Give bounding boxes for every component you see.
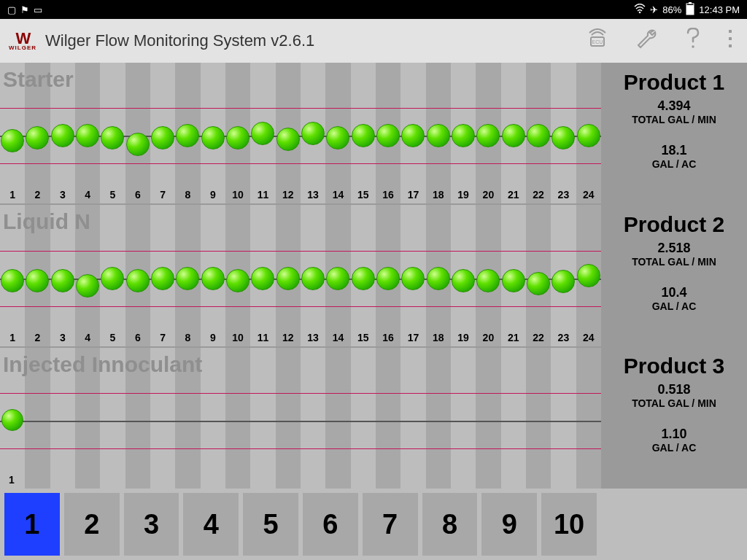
page-button-1[interactable]: 1 bbox=[4, 493, 60, 556]
flow-dot[interactable] bbox=[251, 267, 274, 290]
flow-dot[interactable] bbox=[401, 267, 425, 290]
flow-dot[interactable] bbox=[527, 272, 550, 295]
flow-dot[interactable] bbox=[301, 122, 325, 145]
flow-dot[interactable] bbox=[502, 124, 525, 147]
row-label: 24 bbox=[576, 332, 601, 343]
flow-dot[interactable] bbox=[326, 126, 349, 149]
flow-dot[interactable] bbox=[452, 124, 475, 147]
flow-dot[interactable] bbox=[176, 124, 199, 147]
flow-dot[interactable] bbox=[452, 269, 475, 292]
flow-dot[interactable] bbox=[551, 270, 575, 293]
flow-dot[interactable] bbox=[401, 124, 425, 147]
app-title: Wilger Flow Monitoring System v2.6.1 bbox=[45, 31, 314, 50]
flow-dot[interactable] bbox=[76, 274, 99, 298]
page-button-10[interactable]: 10 bbox=[541, 493, 597, 556]
flow-dot[interactable] bbox=[376, 267, 400, 290]
flow-dot[interactable] bbox=[126, 133, 150, 156]
flow-dot[interactable] bbox=[101, 267, 124, 290]
flow-dot[interactable] bbox=[201, 126, 225, 149]
flow-dot[interactable] bbox=[1, 129, 24, 152]
page-button-3[interactable]: 3 bbox=[124, 493, 179, 556]
page-button-5[interactable]: 5 bbox=[243, 493, 298, 556]
flow-dot[interactable] bbox=[476, 124, 500, 147]
flow-dot[interactable] bbox=[76, 124, 99, 147]
flow-dot[interactable] bbox=[427, 267, 450, 290]
flow-dot[interactable] bbox=[26, 269, 49, 292]
flow-dot[interactable] bbox=[126, 269, 150, 292]
flow-dot[interactable] bbox=[151, 267, 174, 290]
flow-dot[interactable] bbox=[201, 267, 225, 290]
flow-dot[interactable] bbox=[226, 269, 249, 292]
flow-dot[interactable] bbox=[527, 124, 550, 147]
flow-dot[interactable] bbox=[551, 126, 575, 149]
flow-dot[interactable] bbox=[226, 126, 249, 149]
row-label bbox=[503, 474, 527, 486]
product-area-label: GAL / AC bbox=[604, 442, 744, 454]
airplane-icon: ✈ bbox=[650, 4, 658, 15]
product-block-1[interactable]: Product 22.518TOTAL GAL / MIN10.4GAL / A… bbox=[601, 205, 747, 347]
row-label: 14 bbox=[325, 189, 350, 201]
flow-dot[interactable] bbox=[51, 124, 74, 147]
flow-dot[interactable] bbox=[251, 122, 274, 145]
flow-dot[interactable] bbox=[476, 269, 500, 292]
help-icon[interactable] bbox=[684, 28, 702, 54]
row-label: 23 bbox=[551, 189, 576, 201]
row-label bbox=[403, 474, 428, 486]
flow-dot[interactable] bbox=[577, 264, 600, 287]
page-bar: 12345678910 bbox=[0, 489, 601, 560]
row-label bbox=[58, 474, 83, 486]
flow-dot[interactable] bbox=[577, 124, 600, 147]
page-button-8[interactable]: 8 bbox=[422, 493, 478, 556]
section-1[interactable]: Liquid N12345678910111213141516171819202… bbox=[0, 203, 601, 346]
product-name: Product 3 bbox=[604, 354, 744, 378]
row-label: 23 bbox=[551, 332, 576, 343]
flow-dot[interactable] bbox=[151, 126, 174, 149]
flow-dot[interactable] bbox=[176, 267, 199, 290]
flow-dot[interactable] bbox=[276, 267, 300, 290]
overflow-icon[interactable] bbox=[727, 28, 734, 53]
row-label: 21 bbox=[501, 189, 526, 201]
page-button-6[interactable]: 6 bbox=[303, 493, 358, 556]
flow-dot[interactable] bbox=[51, 269, 74, 292]
row-label: 5 bbox=[100, 332, 125, 343]
wrench-icon[interactable] bbox=[635, 28, 659, 53]
flow-dot[interactable] bbox=[352, 267, 375, 290]
row-label: 19 bbox=[451, 189, 476, 201]
product-block-2[interactable]: Product 30.518TOTAL GAL / MIN1.10GAL / A… bbox=[601, 346, 747, 489]
row-label: 20 bbox=[476, 189, 500, 201]
row-label: 18 bbox=[426, 332, 451, 343]
row-label: 18 bbox=[426, 189, 451, 201]
flow-dot[interactable] bbox=[26, 126, 49, 149]
row-label: 7 bbox=[150, 332, 175, 343]
battery-text: 86% bbox=[662, 4, 681, 15]
flow-dot[interactable] bbox=[1, 409, 23, 431]
section-2[interactable]: Injected Innoculant1 bbox=[0, 346, 601, 489]
row-label bbox=[255, 474, 280, 486]
page-button-9[interactable]: 9 bbox=[481, 493, 537, 556]
ecu-icon[interactable]: ECU bbox=[585, 28, 610, 53]
row-label: 9 bbox=[201, 189, 225, 201]
row-label bbox=[330, 474, 355, 486]
row-label: 15 bbox=[351, 332, 376, 343]
page-button-7[interactable]: 7 bbox=[363, 493, 418, 556]
svg-text:ECU: ECU bbox=[592, 39, 603, 44]
row-label: 3 bbox=[50, 332, 75, 343]
section-0[interactable]: Starter123456789101112131415161718192021… bbox=[0, 63, 601, 203]
row-label: 13 bbox=[301, 332, 325, 343]
flow-dot[interactable] bbox=[352, 124, 375, 147]
flow-dot[interactable] bbox=[1, 269, 24, 292]
page-button-4[interactable]: 4 bbox=[183, 493, 239, 556]
product-area: 18.1 bbox=[604, 143, 744, 158]
row-label bbox=[182, 474, 206, 486]
flow-dot[interactable] bbox=[276, 128, 300, 151]
flow-dot[interactable] bbox=[376, 124, 400, 147]
row-label: 8 bbox=[175, 189, 200, 201]
flow-dot[interactable] bbox=[326, 267, 349, 290]
flow-dot[interactable] bbox=[502, 269, 525, 292]
flow-dot[interactable] bbox=[427, 124, 450, 147]
row-label bbox=[107, 474, 132, 486]
page-button-2[interactable]: 2 bbox=[64, 493, 120, 556]
flow-dot[interactable] bbox=[101, 126, 124, 149]
flow-dot[interactable] bbox=[301, 267, 325, 290]
product-block-0[interactable]: Product 14.394TOTAL GAL / MIN18.1GAL / A… bbox=[601, 63, 747, 205]
